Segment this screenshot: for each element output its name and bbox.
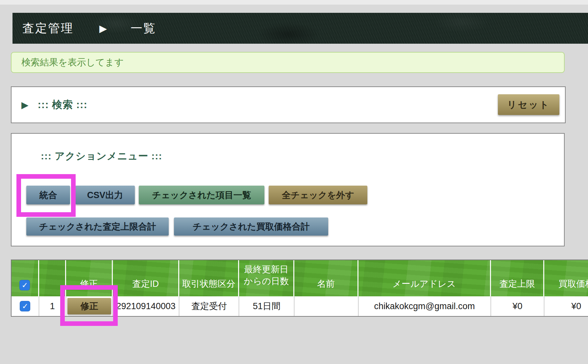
uncheck-all-button[interactable]: 全チェックを外す xyxy=(269,186,367,204)
header-cell-edit: 修正 xyxy=(66,260,113,296)
row-cell-name xyxy=(294,296,358,316)
header-days-line2: からの日数 xyxy=(244,275,289,287)
breadcrumb-arrow-icon: ▶ xyxy=(99,23,107,34)
header-cell-index xyxy=(39,260,66,296)
header-cell-limit: 査定上限 xyxy=(491,260,545,296)
table-header-row: ✓ 修正 査定ID 取引状態区分 最終更新日 からの日数 名前 メールアドレス … xyxy=(12,260,588,296)
breadcrumb-bar: 査定管理 ▶ 一覧 xyxy=(12,13,588,44)
row-cell-days: 51日間 xyxy=(239,296,294,316)
csv-export-button[interactable]: CSV出力 xyxy=(75,186,135,204)
select-all-checkbox[interactable]: ✓ xyxy=(19,280,30,290)
checked-price-total-button[interactable]: チェックされた買取価格合計 xyxy=(174,217,328,236)
row-cell-price: ¥0 xyxy=(544,296,588,316)
row-cell-select: ✓ xyxy=(12,296,39,316)
reset-button[interactable]: リセット xyxy=(498,94,559,115)
header-cell-name: 名前 xyxy=(294,260,358,296)
header-cell-id: 査定ID xyxy=(113,260,179,296)
notice-text: 検索結果を表示してます xyxy=(21,56,124,69)
row-cell-id: 292109140003 xyxy=(113,296,179,316)
row-cell-status: 査定受付 xyxy=(179,296,239,316)
results-table: ✓ 修正 査定ID 取引状態区分 最終更新日 からの日数 名前 メールアドレス … xyxy=(11,260,588,317)
header-cell-email: メールアドレス xyxy=(358,260,491,296)
row-checkbox[interactable]: ✓ xyxy=(20,301,30,311)
row-cell-edit: 修正 xyxy=(66,296,113,316)
header-cell-select-all: ✓ xyxy=(12,260,39,296)
row-cell-email: chikakokcgm@gmail.com xyxy=(358,296,491,316)
table-row: ✓ 1 修正 292109140003 査定受付 51日間 chikakokcg… xyxy=(12,296,588,316)
search-result-notice: 検索結果を表示してます xyxy=(11,52,565,73)
header-cell-days: 最終更新日 からの日数 xyxy=(239,260,294,296)
header-days-line1: 最終更新日 xyxy=(244,263,288,275)
row-cell-limit: ¥0 xyxy=(491,296,545,316)
row-cell-index: 1 xyxy=(39,296,66,316)
expand-triangle-icon[interactable]: ▶ xyxy=(21,100,29,110)
search-panel-header[interactable]: ▶ ::: 検索 ::: xyxy=(21,87,87,123)
edit-button[interactable]: 修正 xyxy=(67,298,111,314)
checked-limit-total-button[interactable]: チェックされた査定上限合計 xyxy=(26,217,169,236)
action-menu-panel: ::: アクションメニュー ::: 統合 CSV出力 チェックされた項目一覧 全… xyxy=(11,133,565,246)
header-cell-price: 買取価格 xyxy=(544,260,588,296)
check-icon: ✓ xyxy=(22,281,28,290)
search-panel-title: ::: 検索 ::: xyxy=(38,98,87,112)
page-title: 査定管理 xyxy=(22,20,74,36)
top-strip xyxy=(0,0,588,5)
breadcrumb-current: 一覧 xyxy=(131,20,156,36)
checked-items-list-button[interactable]: チェックされた項目一覧 xyxy=(139,186,264,204)
merge-button[interactable]: 統合 xyxy=(26,186,70,204)
action-menu-title: ::: アクションメニュー ::: xyxy=(41,149,162,163)
header-cell-status: 取引状態区分 xyxy=(179,260,239,296)
check-icon: ✓ xyxy=(22,302,28,311)
search-panel: ▶ ::: 検索 ::: リセット xyxy=(11,86,566,123)
page: 査定管理 ▶ 一覧 検索結果を表示してます ▶ ::: 検索 ::: リセット … xyxy=(0,0,588,364)
